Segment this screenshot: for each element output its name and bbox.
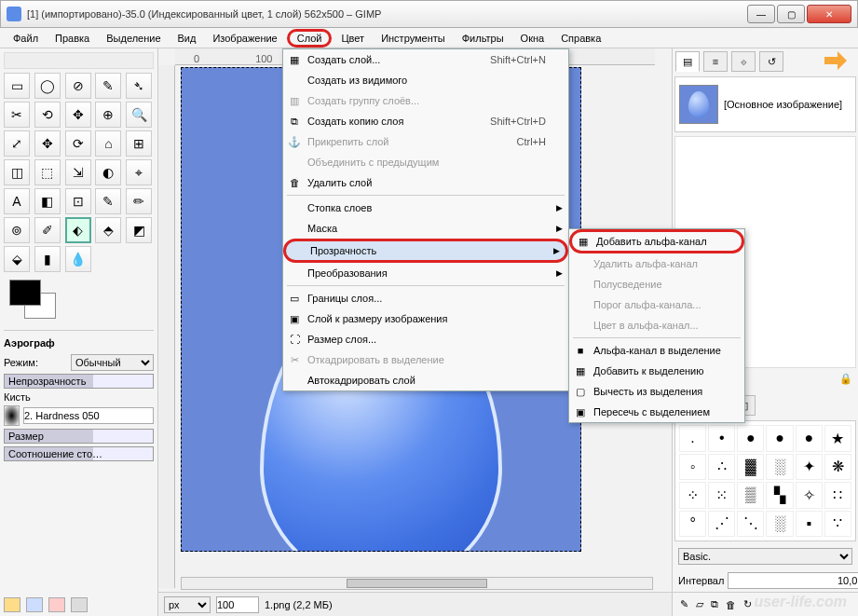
brush-item[interactable]: ◦ xyxy=(679,454,706,481)
menu-файл[interactable]: Файл xyxy=(6,30,46,47)
tool-2[interactable]: ⊘ xyxy=(65,73,91,99)
menu-item[interactable]: ⛶Размер слоя... xyxy=(283,329,568,349)
tool-9[interactable]: 🔍 xyxy=(126,102,152,128)
tool-4[interactable]: ➴ xyxy=(126,73,152,99)
menu-item[interactable]: Прозрачность▶ xyxy=(283,239,568,263)
menu-item[interactable]: Автокадрировать слой xyxy=(283,370,568,390)
menu-item[interactable]: Преобразования▶ xyxy=(283,263,568,283)
tool-20[interactable]: A xyxy=(4,188,30,214)
menu-выделение[interactable]: Выделение xyxy=(99,30,168,47)
menu-item[interactable]: ▦Добавить к выделению xyxy=(569,361,744,381)
maximize-button[interactable]: ▢ xyxy=(777,5,805,23)
tool-13[interactable]: ⌂ xyxy=(95,130,121,157)
menu-окна[interactable]: Окна xyxy=(513,30,552,47)
menu-правка[interactable]: Правка xyxy=(48,30,97,47)
tool-29[interactable]: ◩ xyxy=(126,217,152,243)
delete-brush-icon[interactable]: 🗑 xyxy=(726,599,736,610)
brush-item[interactable]: ░ xyxy=(766,454,793,481)
zoom-input[interactable] xyxy=(216,596,259,613)
toolbox-overflow[interactable] xyxy=(4,52,154,69)
layer-row[interactable]: [Основное изображение] xyxy=(674,76,856,132)
brush-grid[interactable]: .•●●●★◦∴▓░✦❋⁘⁙▒▚✧∷°⋰⋱░▪∵ xyxy=(674,420,856,541)
brush-preset-select[interactable]: Basic. xyxy=(678,548,852,565)
size-slider[interactable]: Размер xyxy=(4,429,154,444)
menu-item[interactable]: 🗑Удалить слой xyxy=(283,172,568,193)
tool-8[interactable]: ⊕ xyxy=(95,102,121,128)
tool-7[interactable]: ✥ xyxy=(65,102,91,128)
tool-32[interactable]: 💧 xyxy=(65,246,91,272)
menu-item[interactable]: ▦Добавить альфа-канал xyxy=(569,229,744,253)
menu-item[interactable]: ▢Вычесть из выделения xyxy=(569,381,744,402)
brush-item[interactable]: • xyxy=(708,425,735,452)
brush-item[interactable]: ✧ xyxy=(796,482,823,509)
brush-preview[interactable] xyxy=(4,405,20,426)
refresh-brush-icon[interactable]: ↻ xyxy=(743,598,752,610)
menu-item[interactable]: ▦Создать слой...Shift+Ctrl+N xyxy=(283,49,568,70)
menu-слой[interactable]: Слой xyxy=(287,29,333,48)
close-button[interactable]: ✕ xyxy=(807,5,851,23)
brush-item[interactable]: ∵ xyxy=(824,511,851,538)
brush-item[interactable]: ★ xyxy=(824,425,851,452)
brush-item[interactable]: ▓ xyxy=(737,454,764,481)
tool-31[interactable]: ▮ xyxy=(34,246,61,272)
tool-12[interactable]: ⟳ xyxy=(65,130,91,157)
undo-tab[interactable]: ↺ xyxy=(759,51,783,72)
menu-справка[interactable]: Справка xyxy=(553,30,608,47)
tool-19[interactable]: ⌖ xyxy=(126,159,152,185)
menu-инструменты[interactable]: Инструменты xyxy=(374,30,453,47)
minimize-button[interactable]: — xyxy=(747,5,775,23)
menu-item[interactable]: ▭Границы слоя... xyxy=(283,288,568,308)
tool-25[interactable]: ⊚ xyxy=(4,217,30,243)
tool-15[interactable]: ◫ xyxy=(4,159,30,185)
tool-17[interactable]: ⇲ xyxy=(65,159,91,185)
mode-select[interactable]: Обычный xyxy=(71,354,154,371)
brush-item[interactable]: ° xyxy=(679,511,706,538)
menu-item[interactable]: Создать из видимого xyxy=(283,70,568,90)
menu-вид[interactable]: Вид xyxy=(170,30,204,47)
lock-icon[interactable]: 🔒 xyxy=(839,373,852,390)
brush-item[interactable]: ❋ xyxy=(824,454,851,481)
brush-item[interactable]: ● xyxy=(766,425,793,452)
menu-цвет[interactable]: Цвет xyxy=(334,30,372,47)
tool-18[interactable]: ◐ xyxy=(95,159,121,185)
brush-item[interactable]: ⋱ xyxy=(737,511,764,538)
tool-21[interactable]: ◧ xyxy=(34,188,61,214)
options-save-icon[interactable] xyxy=(4,597,20,612)
tool-28[interactable]: ⬘ xyxy=(95,217,121,243)
duplicate-brush-icon[interactable]: ⧉ xyxy=(711,598,718,610)
tool-3[interactable]: ✎ xyxy=(95,73,121,99)
tool-10[interactable]: ⤢ xyxy=(4,130,30,157)
tool-22[interactable]: ⊡ xyxy=(65,188,91,214)
tool-1[interactable]: ◯ xyxy=(34,73,61,99)
tool-26[interactable]: ✐ xyxy=(34,217,61,243)
brush-item[interactable]: ✦ xyxy=(796,454,823,481)
tool-11[interactable]: ✥ xyxy=(34,130,61,157)
tool-14[interactable]: ⊞ xyxy=(126,130,152,157)
brush-item[interactable]: ▪ xyxy=(796,511,823,538)
brush-item[interactable]: ⁘ xyxy=(679,482,706,509)
scrollbar-horizontal[interactable] xyxy=(181,577,653,590)
menu-item[interactable]: Маска▶ xyxy=(283,218,568,239)
brush-item[interactable]: ▚ xyxy=(766,482,793,509)
brush-item[interactable]: ∷ xyxy=(824,482,851,509)
tool-27[interactable]: ⬖ xyxy=(65,217,91,243)
menu-фильтры[interactable]: Фильтры xyxy=(455,30,511,47)
brush-item[interactable]: ⁙ xyxy=(708,482,735,509)
interval-input[interactable] xyxy=(728,572,858,589)
options-delete-icon[interactable] xyxy=(48,597,65,612)
menu-item[interactable]: ⧉Создать копию слояShift+Ctrl+D xyxy=(283,111,568,131)
brush-item[interactable]: ● xyxy=(737,425,764,452)
new-brush-icon[interactable]: ▱ xyxy=(696,598,703,610)
menu-item[interactable]: ▣Пересечь с выделением xyxy=(569,402,744,422)
brush-item[interactable]: ∴ xyxy=(708,454,735,481)
unit-select[interactable]: px xyxy=(164,596,211,613)
menu-item[interactable]: ■Альфа-канал в выделение xyxy=(569,340,744,361)
tool-16[interactable]: ⬚ xyxy=(34,159,61,185)
tool-6[interactable]: ⟲ xyxy=(34,102,61,128)
color-swatches[interactable] xyxy=(4,280,154,326)
tool-30[interactable]: ⬙ xyxy=(4,246,30,272)
brush-item[interactable]: ⋰ xyxy=(708,511,735,538)
menu-item[interactable]: Стопка слоев▶ xyxy=(283,198,568,218)
edit-brush-icon[interactable]: ✎ xyxy=(680,598,688,610)
layers-tab[interactable]: ▤ xyxy=(675,51,700,72)
